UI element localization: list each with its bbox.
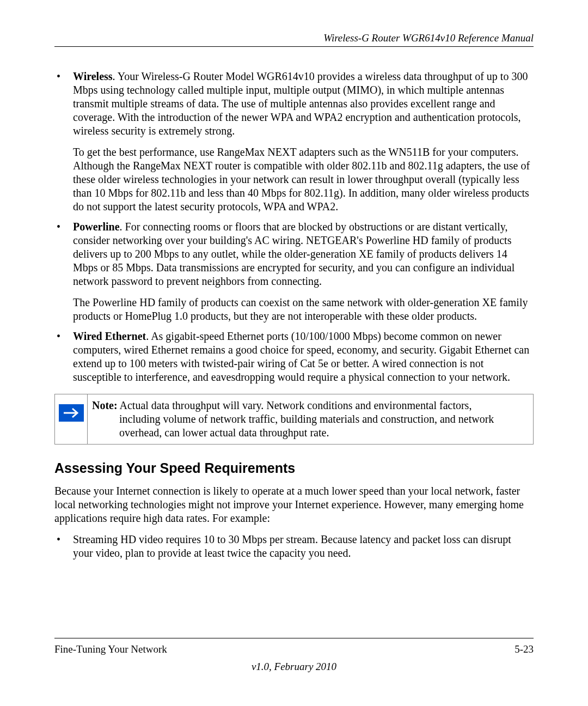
bullet-para: Wireless. Your Wireless-G Router Model W…	[73, 70, 534, 138]
footer-version: v1.0, February 2010	[0, 660, 588, 673]
page-footer: Fine-Tuning Your Network 5-23	[54, 638, 534, 656]
bullet-para: Wired Ethernet. As gigabit-speed Etherne…	[73, 330, 534, 384]
bullet-dot: •	[54, 220, 73, 323]
bullet-content: Powerline. For connecting rooms or floor…	[73, 220, 534, 323]
bullet-dot: •	[54, 70, 73, 214]
note-line2: including volume of network traffic, bui…	[92, 412, 526, 440]
bullet-para: The Powerline HD family of products can …	[73, 296, 534, 323]
bullet-para: To get the best performance, use RangeMa…	[73, 145, 534, 214]
bullet-content: Wired Ethernet. As gigabit-speed Etherne…	[73, 330, 534, 384]
note-label: Note:	[92, 399, 118, 411]
page-header: Wireless-G Router WGR614v10 Reference Ma…	[54, 32, 534, 47]
header-title: Wireless-G Router WGR614v10 Reference Ma…	[323, 32, 534, 44]
note-icon-cell	[55, 394, 88, 444]
bullet-dot: •	[54, 330, 73, 384]
section-heading: Assessing Your Speed Requirements	[54, 460, 534, 477]
bullet-streaming: • Streaming HD video requires 10 to 30 M…	[54, 533, 534, 560]
footer-right: 5-23	[514, 643, 534, 656]
bullet-lead: Powerline	[73, 221, 120, 233]
bullet-content: Wireless. Your Wireless-G Router Model W…	[73, 70, 534, 214]
note-text: Note: Actual data throughput will vary. …	[88, 394, 533, 444]
note-line1: Note: Actual data throughput will vary. …	[92, 399, 526, 412]
bullet-para: Streaming HD video requires 10 to 30 Mbp…	[73, 533, 534, 560]
bullet-lead: Wireless	[73, 70, 113, 82]
bullet-para: Powerline. For connecting rooms or floor…	[73, 220, 534, 288]
bullet-dot: •	[54, 533, 73, 560]
bullet-lead: Wired Ethernet	[73, 330, 146, 342]
arrow-right-icon	[59, 404, 84, 422]
footer-left: Fine-Tuning Your Network	[54, 643, 167, 656]
note-box: Note: Actual data throughput will vary. …	[54, 394, 534, 445]
section-para: Because your Internet connection is like…	[54, 484, 534, 525]
bullet-wireless: • Wireless. Your Wireless-G Router Model…	[54, 70, 534, 214]
bullet-wired-ethernet: • Wired Ethernet. As gigabit-speed Ether…	[54, 330, 534, 384]
bullet-powerline: • Powerline. For connecting rooms or flo…	[54, 220, 534, 323]
note-line1-rest: Actual data throughput will vary. Networ…	[118, 399, 472, 411]
bullet-rest: . For connecting rooms or floors that ar…	[73, 221, 514, 287]
bullet-rest: . Your Wireless-G Router Model WGR614v10…	[73, 70, 528, 137]
bullet-content: Streaming HD video requires 10 to 30 Mbp…	[73, 533, 534, 560]
